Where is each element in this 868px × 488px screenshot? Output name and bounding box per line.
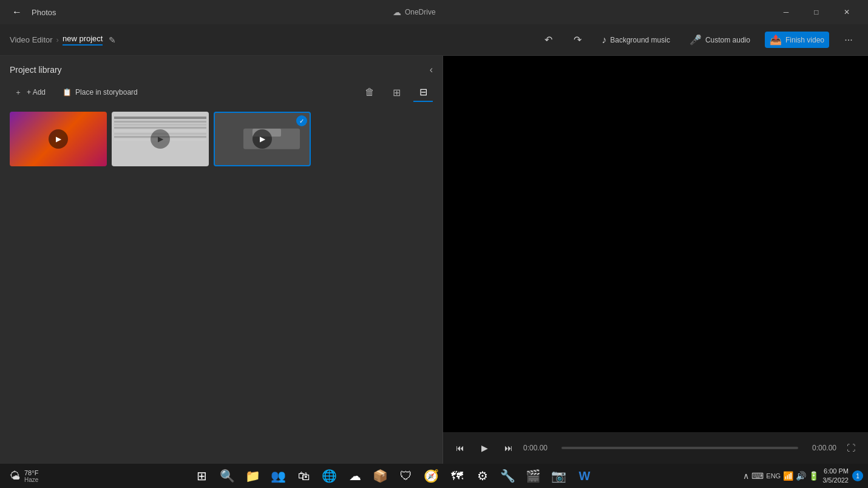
- clock[interactable]: 6:00 PM 3/5/2022: [822, 467, 849, 486]
- undo-button[interactable]: ↶: [538, 30, 558, 50]
- teams-icon: 👥: [271, 469, 286, 483]
- breadcrumb: Video Editor › new project: [10, 34, 103, 46]
- weather-condition: Haze: [24, 476, 38, 483]
- custom-audio-button[interactable]: 🎤 Custom audio: [685, 32, 755, 48]
- background-music-button[interactable]: ♪ Background music: [597, 32, 675, 48]
- thumbnail-1[interactable]: ▶: [10, 112, 107, 166]
- breadcrumb-separator: ›: [56, 35, 59, 44]
- capture-icon: 📷: [551, 469, 566, 483]
- main-area: Project library ‹ ＋ + Add 📋 Place in sto…: [0, 56, 868, 464]
- tool-button[interactable]: 🔧: [496, 464, 520, 488]
- back-button[interactable]: ←: [7, 2, 27, 22]
- onedrive-area: ☁ OneDrive: [393, 7, 436, 17]
- system-tray: ∧ ⌨ ENG 📶 🔊 🔋: [743, 471, 819, 481]
- store-button[interactable]: 🛍: [292, 464, 316, 488]
- volume-icon[interactable]: 🔊: [796, 471, 806, 481]
- delete-icon: 🗑: [365, 87, 375, 98]
- play-button[interactable]: ▶: [475, 438, 494, 458]
- library-header: Project library ‹: [0, 56, 442, 80]
- back-icon: ←: [12, 7, 22, 18]
- edit-project-name-button[interactable]: ✎: [109, 35, 116, 45]
- redo-button[interactable]: ↷: [568, 30, 587, 50]
- background-music-label: Background music: [610, 36, 670, 44]
- notification-badge[interactable]: 1: [852, 470, 863, 481]
- edge-button[interactable]: 🌐: [317, 464, 342, 488]
- thumbnail-2[interactable]: ▶: [112, 112, 209, 166]
- windows-icon: ⊞: [197, 469, 207, 483]
- more-options-button[interactable]: ···: [839, 30, 858, 50]
- fullscreen-icon: ⛶: [847, 443, 855, 453]
- clock-date: 3/5/2022: [822, 476, 849, 485]
- forward-button[interactable]: ⏭: [499, 438, 518, 458]
- taskbar-right: ∧ ⌨ ENG 📶 🔊 🔋 6:00 PM 3/5/2022 1: [743, 467, 863, 486]
- weather-widget[interactable]: 🌤 78°F Haze: [5, 469, 43, 483]
- maps-button[interactable]: 🗺: [445, 464, 469, 488]
- rewind-button[interactable]: ⏮: [450, 438, 470, 458]
- norton-button[interactable]: 🛡: [394, 464, 418, 488]
- grid-view-button[interactable]: ⊞: [387, 83, 406, 102]
- store-icon: 🛍: [298, 469, 310, 483]
- maximize-button[interactable]: □: [802, 2, 830, 22]
- weather-info: 78°F Haze: [24, 469, 38, 483]
- current-time: 0:00.00: [523, 444, 557, 452]
- cloud-icon: ☁: [393, 7, 401, 17]
- files-icon: 📁: [245, 469, 260, 483]
- taskbar: 🌤 78°F Haze ⊞ 🔍 📁 👥 🛍 🌐 ☁ 📦 🛡 🧭 🗺 ⚙ 🔧 🎬 …: [0, 464, 868, 488]
- settings-icon: ⚙: [477, 469, 488, 483]
- clock-time: 6:00 PM: [822, 467, 849, 476]
- start-button[interactable]: ⊞: [190, 464, 214, 488]
- thumbnails-area: ▶ ▶ ▶ ✓: [0, 107, 442, 464]
- norton-icon: 🛡: [400, 469, 412, 483]
- dropbox-button[interactable]: 📦: [368, 464, 393, 488]
- play-overlay-3: ▶: [253, 129, 272, 149]
- add-button[interactable]: ＋ + Add: [10, 85, 50, 100]
- vlc-button[interactable]: 🎬: [521, 464, 546, 488]
- word-icon: W: [578, 469, 590, 483]
- finish-icon: 📤: [770, 34, 782, 46]
- preview-area: ⏮ ▶ ⏭ 0:00.00 0:00.00 ⛶: [443, 56, 868, 464]
- wifi-icon[interactable]: 📶: [783, 471, 793, 481]
- place-in-storyboard-label: Place in storyboard: [75, 88, 138, 97]
- onedrive-button[interactable]: ☁: [343, 464, 367, 488]
- teams-button[interactable]: 👥: [266, 464, 291, 488]
- capture-button[interactable]: 📷: [547, 464, 571, 488]
- dropbox-icon: 📦: [373, 469, 388, 483]
- taskbar-left: 🌤 78°F Haze: [5, 469, 43, 483]
- thumbnail-3[interactable]: ▶ ✓: [214, 112, 311, 166]
- video-preview: [443, 56, 868, 432]
- music-icon: ♪: [602, 35, 606, 46]
- settings-button[interactable]: ⚙: [470, 464, 495, 488]
- preview-controls: ⏮ ▶ ⏭ 0:00.00 0:00.00 ⛶: [443, 432, 868, 464]
- breadcrumb-parent[interactable]: Video Editor: [10, 35, 53, 44]
- weather-icon: 🌤: [10, 470, 21, 483]
- navigation-button[interactable]: 🧭: [419, 464, 444, 488]
- place-in-storyboard-button[interactable]: 📋 Place in storyboard: [58, 86, 143, 99]
- finish-video-button[interactable]: 📤 Finish video: [765, 32, 829, 48]
- play-icon: ▶: [481, 443, 488, 453]
- word-button[interactable]: W: [572, 464, 597, 488]
- files-button[interactable]: 📁: [241, 464, 265, 488]
- toolbar-right: ↶ ↷ ♪ Background music 🎤 Custom audio 📤 …: [538, 30, 858, 50]
- battery-icon[interactable]: 🔋: [809, 471, 819, 481]
- delete-media-button[interactable]: 🗑: [360, 83, 379, 102]
- play-overlay-2: ▶: [151, 129, 170, 149]
- collapse-panel-button[interactable]: ‹: [430, 64, 433, 75]
- lang-label[interactable]: ENG: [766, 472, 781, 480]
- search-icon: 🔍: [220, 469, 235, 483]
- search-button[interactable]: 🔍: [215, 464, 240, 488]
- breadcrumb-current: new project: [63, 34, 103, 46]
- list-view-icon: ⊟: [419, 86, 427, 98]
- minimize-button[interactable]: ─: [772, 2, 800, 22]
- weather-temp: 78°F: [24, 469, 38, 476]
- fullscreen-button[interactable]: ⛶: [841, 438, 861, 458]
- maps-icon: 🗺: [451, 469, 463, 483]
- close-button[interactable]: ✕: [833, 2, 861, 22]
- selected-badge-3: ✓: [296, 115, 307, 126]
- onedrive-icon: ☁: [349, 469, 361, 483]
- navigation-icon: 🧭: [424, 469, 439, 483]
- list-view-button[interactable]: ⊟: [413, 83, 433, 102]
- keyboard-icon[interactable]: ⌨: [751, 471, 764, 481]
- up-arrow-icon[interactable]: ∧: [743, 471, 749, 481]
- forward-icon: ⏭: [504, 443, 513, 453]
- progress-bar[interactable]: [561, 447, 798, 449]
